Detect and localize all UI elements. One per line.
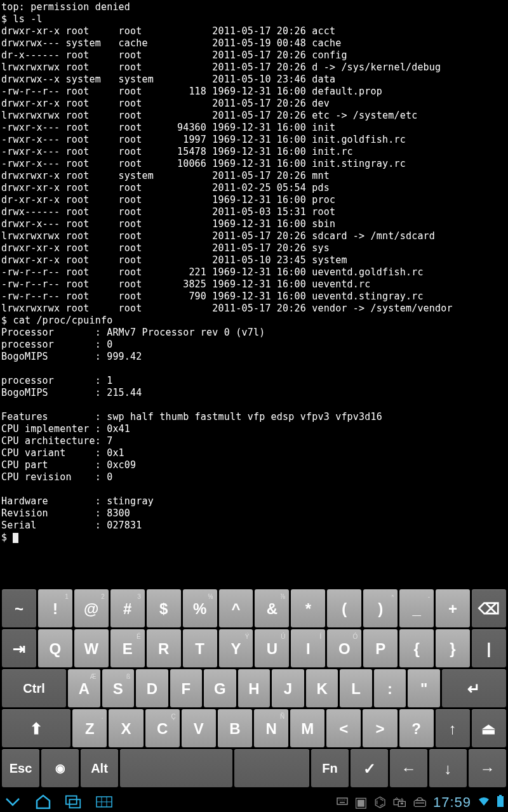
key-~[interactable]: ~	[2, 589, 36, 627]
key-G[interactable]: G	[204, 669, 236, 707]
key-space[interactable]	[120, 749, 232, 787]
key-Ctrl[interactable]: Ctrl	[2, 669, 66, 707]
key-?[interactable]: ?	[399, 709, 434, 747]
key-:[interactable]: :	[374, 669, 406, 707]
recent-apps-icon[interactable]	[65, 794, 83, 809]
key-A[interactable]: ÆA	[68, 669, 100, 707]
key-superscript: -	[428, 591, 430, 603]
key-D[interactable]: D	[136, 669, 168, 707]
key-Esc[interactable]: Esc	[2, 749, 39, 787]
key-↓[interactable]: ↓	[429, 749, 467, 787]
key-label: U	[267, 643, 277, 655]
key-E[interactable]: ÉE	[110, 629, 145, 667]
key-Y[interactable]: ÝY	[219, 629, 253, 667]
key-space[interactable]	[234, 749, 309, 787]
key->[interactable]: >	[363, 709, 397, 747]
key-←[interactable]: ←	[390, 749, 427, 787]
key-Z[interactable]: .Z	[72, 709, 107, 747]
key-label: _	[412, 603, 420, 615]
key-N[interactable]: ÑN	[254, 709, 288, 747]
key-label: ◉	[55, 763, 65, 775]
key-M[interactable]: M	[290, 709, 324, 747]
key-%[interactable]: ⅝%	[183, 589, 217, 627]
key-F[interactable]: F	[170, 669, 203, 707]
key-superscript: Ú	[281, 631, 285, 643]
notification-icon[interactable]: ▣	[354, 796, 368, 808]
key-*[interactable]: *	[291, 589, 325, 627]
key-&[interactable]: ⅞&	[255, 589, 289, 627]
key-L[interactable]: L	[340, 669, 372, 707]
key-V[interactable]: V	[182, 709, 216, 747]
key-superscript: ⅝	[208, 591, 213, 603]
key-W[interactable]: W	[74, 629, 109, 667]
key-T[interactable]: T	[183, 629, 217, 667]
key-_[interactable]: -_	[399, 589, 434, 627]
key-label: {	[413, 643, 419, 655]
apps-grid-icon[interactable]	[95, 794, 113, 809]
key-}[interactable]: }	[436, 629, 470, 667]
back-icon[interactable]	[4, 794, 22, 809]
key-B[interactable]: B	[218, 709, 252, 747]
key-label: T	[195, 643, 204, 655]
key-→[interactable]: →	[469, 749, 506, 787]
key-P[interactable]: P	[363, 629, 398, 667]
key-<[interactable]: <	[326, 709, 361, 747]
key-Alt[interactable]: Alt	[81, 749, 118, 787]
key-C[interactable]: ÇC	[145, 709, 180, 747]
clock[interactable]: 17:59	[433, 796, 471, 808]
battery-icon[interactable]	[497, 795, 504, 809]
wifi-icon[interactable]	[478, 796, 490, 808]
key-✓[interactable]: ✓	[351, 749, 388, 787]
key-label: Alt	[91, 763, 108, 775]
key-label: @	[84, 603, 98, 615]
key-)[interactable]: ⁿ)	[363, 589, 398, 627]
home-icon[interactable]	[34, 794, 52, 809]
shopping-icon[interactable]: 🛍︎	[392, 796, 406, 808]
key-{[interactable]: {	[399, 629, 434, 667]
key-![interactable]: 1!	[38, 589, 72, 627]
key-S[interactable]: ßS	[102, 669, 135, 707]
terminal-output[interactable]: top: permission denied $ ls -l drwxr-xr-…	[0, 0, 508, 545]
key-^[interactable]: ^	[219, 589, 253, 627]
svg-rect-13	[497, 796, 504, 807]
key-J[interactable]: J	[272, 669, 304, 707]
key-([interactable]: (	[327, 589, 361, 627]
key-$[interactable]: $	[147, 589, 181, 627]
usb-debug-icon[interactable]: ⌬	[374, 796, 386, 808]
key-superscript: ß	[126, 671, 130, 683]
key-↵[interactable]: ↵	[442, 669, 506, 707]
key-+[interactable]: +	[436, 589, 470, 627]
svg-point-9	[342, 799, 344, 801]
key-"[interactable]: "	[408, 669, 440, 707]
key-R[interactable]: R	[147, 629, 181, 667]
key-◉[interactable]: ◉	[41, 749, 79, 787]
key-Q[interactable]: Q	[38, 629, 72, 667]
key-⇥[interactable]: ⇥	[2, 629, 36, 667]
svg-rect-12	[499, 795, 502, 796]
key-label: ↓	[444, 763, 452, 775]
keyboard-indicator-icon[interactable]	[337, 797, 348, 806]
key-⌫[interactable]: ⌫	[472, 589, 506, 627]
key-superscript: .	[102, 710, 104, 723]
key-⬆[interactable]: ⬆	[2, 709, 70, 747]
key-|[interactable]: |	[472, 629, 506, 667]
key-label: "	[420, 683, 427, 695]
key-@[interactable]: 2@	[74, 589, 109, 627]
bag-icon[interactable]: 👜︎	[413, 796, 427, 808]
system-statusbar: ▣ ⌬ 🛍︎ 👜︎ 17:59	[0, 792, 508, 812]
key-Fn[interactable]: Fn	[311, 749, 349, 787]
key-label: E	[123, 643, 133, 655]
key-label: C	[157, 723, 168, 735]
key-K[interactable]: K	[306, 669, 338, 707]
key-U[interactable]: ÚU	[255, 629, 289, 667]
key-↑[interactable]: ↑	[436, 709, 470, 747]
key-#[interactable]: 3#	[110, 589, 145, 627]
key-⏏[interactable]: ⏏	[472, 709, 506, 747]
key-X[interactable]: X	[109, 709, 143, 747]
key-O[interactable]: ÓO	[327, 629, 361, 667]
key-superscript: É	[137, 631, 141, 643]
key-label: M	[301, 723, 314, 735]
key-I[interactable]: ÍI	[291, 629, 325, 667]
key-label: ⇥	[13, 643, 25, 655]
key-H[interactable]: H	[238, 669, 271, 707]
